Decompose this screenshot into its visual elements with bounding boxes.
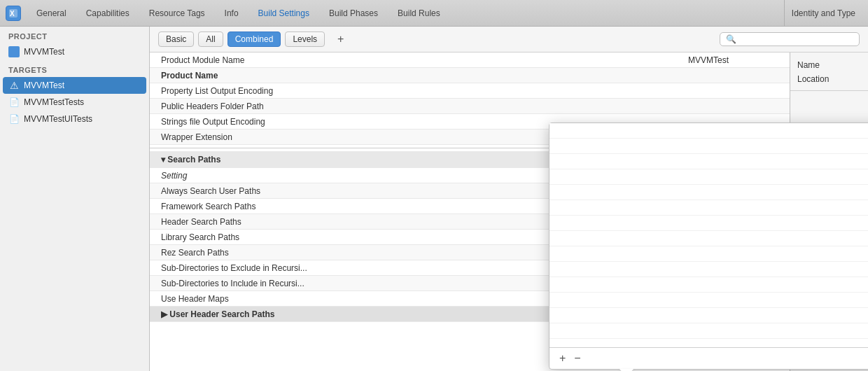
sidebar-item-mvvmtestuitests[interactable]: 📄 MVVMTestUITests: [0, 111, 149, 127]
all-button[interactable]: All: [198, 31, 223, 47]
targets-header: TARGETS: [0, 60, 149, 77]
table-row: Property List Output Encoding: [150, 83, 790, 99]
row-name: Product Module Name: [161, 55, 638, 65]
popup-toolbar: + −: [550, 347, 868, 369]
project-label: MVVMTest: [24, 47, 64, 57]
settings-wrapper: Product Module Name MVVMTest Product Nam…: [150, 52, 868, 371]
tab-build-phases[interactable]: Build Phases: [319, 0, 388, 27]
popup-remove-button[interactable]: −: [571, 352, 583, 365]
row-name: Public Headers Folder Path: [161, 102, 638, 111]
tab-bar: X General Capabilities Resource Tags Inf…: [0, 0, 868, 27]
file-icon-tests: 📄: [8, 97, 20, 108]
target-tests-label: MVVMTestTests: [24, 97, 84, 107]
tab-resource-tags[interactable]: Resource Tags: [139, 0, 215, 27]
sidebar-item-mvvmtesttests[interactable]: 📄 MVVMTestTests: [0, 94, 149, 111]
name-label: Name: [790, 58, 868, 72]
combined-button[interactable]: Combined: [227, 31, 281, 47]
search-input[interactable]: [739, 34, 853, 44]
sidebar-item-mvvmtest[interactable]: ⚠ MVVMTest: [3, 77, 146, 94]
levels-button[interactable]: Levels: [285, 31, 325, 47]
xcode-icon: X: [6, 6, 21, 21]
table-row: Product Name: [150, 68, 790, 83]
tab-capabilities[interactable]: Capabilities: [76, 0, 139, 27]
file-icon-uitests: 📄: [8, 113, 20, 125]
panel-divider: [790, 90, 868, 91]
popup-content: [550, 123, 868, 347]
row-name: Property List Output Encoding: [161, 86, 638, 96]
target-mvvmtest-label: MVVMTest: [24, 80, 64, 90]
target-icon: ⚠: [8, 80, 20, 91]
identity-type-panel[interactable]: Identity and Type: [784, 0, 862, 27]
popup-add-button[interactable]: +: [556, 352, 568, 365]
table-row: Product Module Name MVVMTest: [150, 52, 790, 68]
toolbar-row: Basic All Combined Levels + 🔍: [150, 27, 868, 52]
row-value: MVVMTest: [638, 55, 778, 65]
tab-general[interactable]: General: [27, 0, 76, 27]
target-uitests-label: MVVMTestUITests: [24, 114, 92, 124]
tab-info[interactable]: Info: [215, 0, 248, 27]
table-row: Public Headers Folder Path: [150, 99, 790, 114]
search-icon: 🔍: [726, 34, 736, 44]
project-header: PROJECT: [0, 27, 149, 43]
sidebar-project-item[interactable]: MVVMTest: [0, 43, 149, 60]
basic-button[interactable]: Basic: [158, 31, 194, 47]
sidebar: PROJECT MVVMTest TARGETS ⚠ MVVMTest 📄 MV…: [0, 27, 150, 371]
tab-build-rules[interactable]: Build Rules: [388, 0, 450, 27]
location-label: Location: [790, 72, 868, 86]
svg-text:X: X: [10, 10, 15, 18]
content-area: Basic All Combined Levels + 🔍 Product Mo…: [150, 27, 868, 371]
add-setting-button[interactable]: +: [332, 31, 349, 48]
search-box[interactable]: 🔍: [720, 32, 860, 46]
tab-build-settings[interactable]: Build Settings: [248, 0, 319, 27]
project-icon: [8, 46, 20, 57]
row-name: Product Name: [161, 71, 638, 80]
main-area: PROJECT MVVMTest TARGETS ⚠ MVVMTest 📄 MV…: [0, 27, 868, 371]
popup-overlay: + −: [549, 122, 868, 370]
